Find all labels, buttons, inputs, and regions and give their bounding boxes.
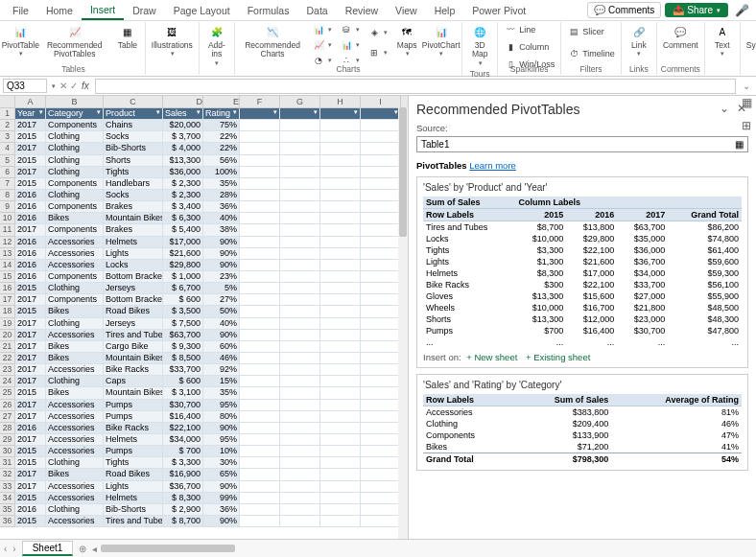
cell[interactable]: 2017 bbox=[15, 318, 46, 330]
cell[interactable]: $ 600 bbox=[163, 294, 203, 306]
cell[interactable]: 2015 bbox=[15, 493, 46, 504]
cell[interactable]: Mountain Bikes bbox=[104, 213, 163, 224]
cell[interactable]: Brakes bbox=[104, 201, 163, 213]
cell[interactable]: $63,700 bbox=[163, 330, 203, 341]
chart-line-button[interactable]: 📈▾ bbox=[309, 37, 335, 53]
cell[interactable]: $17,000 bbox=[163, 237, 203, 248]
pivot-card-2[interactable]: 'Sales' and 'Rating' by 'Category' Row L… bbox=[416, 374, 748, 471]
cell[interactable]: 2017 bbox=[15, 434, 46, 446]
chart-surface-button[interactable]: ◈▾ bbox=[365, 25, 390, 40]
col-header[interactable]: E bbox=[203, 96, 240, 108]
tab-help[interactable]: Help bbox=[426, 2, 464, 19]
cell[interactable]: Jerseys bbox=[104, 283, 163, 294]
cell[interactable]: Components bbox=[46, 224, 104, 236]
mic-icon[interactable]: 🎤 bbox=[732, 4, 752, 17]
cell[interactable]: Bikes bbox=[46, 341, 104, 353]
pane-tab-icon[interactable]: ⊞ bbox=[742, 119, 751, 132]
recommended-charts-button[interactable]: 📉Recommended Charts bbox=[238, 22, 307, 60]
cell[interactable]: 2016 bbox=[15, 190, 46, 201]
cell[interactable]: Clothing bbox=[46, 131, 104, 143]
cell[interactable]: 2017 bbox=[15, 400, 46, 411]
chart-hier-button[interactable]: ⛁▾ bbox=[337, 22, 363, 37]
cell[interactable]: 30% bbox=[203, 457, 240, 469]
cell[interactable]: Bib-Shorts bbox=[104, 143, 163, 154]
source-input[interactable]: Table1 ▦ bbox=[416, 136, 748, 152]
cell[interactable]: Accessories bbox=[46, 516, 104, 527]
cell[interactable]: Bike Racks bbox=[104, 364, 163, 376]
text-button[interactable]: AText▾ bbox=[708, 22, 737, 58]
cell[interactable]: Tires and Tubes bbox=[104, 330, 163, 341]
sheet-tab[interactable]: Sheet1 bbox=[22, 541, 74, 556]
cell[interactable]: 2016 bbox=[15, 201, 46, 213]
cell[interactable]: Accessories bbox=[46, 493, 104, 504]
cell[interactable]: 60% bbox=[203, 341, 240, 353]
cell[interactable]: Helmets bbox=[104, 493, 163, 504]
cell[interactable]: 2015 bbox=[15, 155, 46, 167]
cell[interactable]: 2017 bbox=[15, 330, 46, 341]
chart-pie-button[interactable]: ◔▾ bbox=[309, 53, 335, 68]
recommended-pivottables-button[interactable]: 📈Recommended PivotTables bbox=[38, 22, 111, 60]
cell[interactable]: $ 600 bbox=[163, 376, 203, 387]
tab-data[interactable]: Data bbox=[297, 2, 336, 19]
cell[interactable]: 2017 bbox=[15, 143, 46, 154]
pivottable-button[interactable]: 📊PivotTable▾ bbox=[5, 22, 36, 58]
cell[interactable]: Locks bbox=[104, 260, 163, 271]
col-header[interactable]: G bbox=[280, 96, 320, 108]
col-header[interactable]: A bbox=[15, 96, 46, 108]
cell[interactable]: 2016 bbox=[15, 248, 46, 260]
cell[interactable]: Accessories bbox=[46, 434, 104, 446]
comments-button[interactable]: 💬Comments bbox=[587, 2, 661, 18]
pane-tab-icon[interactable]: ▦ bbox=[742, 96, 752, 109]
cell[interactable]: 2017 bbox=[15, 167, 46, 178]
cell[interactable]: Bikes bbox=[46, 387, 104, 399]
existing-sheet-link[interactable]: + Existing sheet bbox=[526, 352, 590, 362]
worksheet[interactable]: A B C D E F G H I 1YearCategoryProductSa… bbox=[0, 96, 409, 539]
cell[interactable]: 35% bbox=[203, 387, 240, 399]
cell[interactable]: Tires and Tubes bbox=[104, 516, 163, 527]
tab-home[interactable]: Home bbox=[37, 2, 82, 19]
tab-view[interactable]: View bbox=[387, 2, 426, 19]
cell[interactable]: Bib-Shorts bbox=[104, 504, 163, 516]
cell[interactable]: 40% bbox=[203, 318, 240, 330]
sparkline-line-button[interactable]: 〰Line bbox=[501, 22, 538, 37]
table-button[interactable]: ▦Table bbox=[113, 22, 142, 51]
pane-options-icon[interactable]: ⌄ bbox=[720, 102, 729, 115]
cell[interactable]: 90% bbox=[203, 423, 240, 434]
expand-formula-bar[interactable]: ⌄ bbox=[740, 81, 753, 91]
cell[interactable]: Accessories bbox=[46, 260, 104, 271]
cell[interactable]: $21,600 bbox=[163, 248, 203, 260]
cell[interactable]: Mountain Bikes bbox=[104, 353, 163, 364]
col-header[interactable]: D bbox=[163, 96, 203, 108]
cell[interactable]: 2017 bbox=[15, 224, 46, 236]
cell[interactable]: 2017 bbox=[15, 411, 46, 423]
cell[interactable]: $ 5,400 bbox=[163, 224, 203, 236]
cell[interactable]: 2017 bbox=[15, 364, 46, 376]
cell[interactable]: Bike Racks bbox=[104, 423, 163, 434]
cell[interactable]: Components bbox=[46, 120, 104, 131]
cell[interactable]: 75% bbox=[203, 120, 240, 131]
cell[interactable]: Clothing bbox=[46, 143, 104, 154]
cell[interactable]: $16,900 bbox=[163, 469, 203, 480]
cell[interactable]: $29,800 bbox=[163, 260, 203, 271]
link-button[interactable]: 🔗Link▾ bbox=[625, 22, 653, 58]
cell[interactable]: 2016 bbox=[15, 271, 46, 283]
symbols-button[interactable]: ΩSymbols▾ bbox=[744, 22, 756, 58]
cell[interactable]: 2015 bbox=[15, 283, 46, 294]
cell[interactable]: $ 3,300 bbox=[163, 457, 203, 469]
cell[interactable]: Road Bikes bbox=[104, 306, 163, 317]
cell[interactable]: Accessories bbox=[46, 400, 104, 411]
cell[interactable]: Brakes bbox=[104, 224, 163, 236]
cell[interactable]: $ 9,300 bbox=[163, 341, 203, 353]
cell[interactable]: $ 8,300 bbox=[163, 493, 203, 504]
cell[interactable]: $34,000 bbox=[163, 434, 203, 446]
cell[interactable]: Accessories bbox=[46, 248, 104, 260]
addins-button[interactable]: 🧩Add- ins▾ bbox=[202, 22, 231, 68]
cell[interactable]: 15% bbox=[203, 376, 240, 387]
cell[interactable]: 56% bbox=[203, 155, 240, 167]
new-sheet-button[interactable]: ⊕ bbox=[79, 544, 86, 554]
fx-icon[interactable]: fx bbox=[82, 81, 89, 91]
cell[interactable]: Tights bbox=[104, 457, 163, 469]
cell[interactable]: 2016 bbox=[15, 260, 46, 271]
cell[interactable]: 2015 bbox=[15, 446, 46, 457]
cell[interactable]: $ 7,500 bbox=[163, 318, 203, 330]
